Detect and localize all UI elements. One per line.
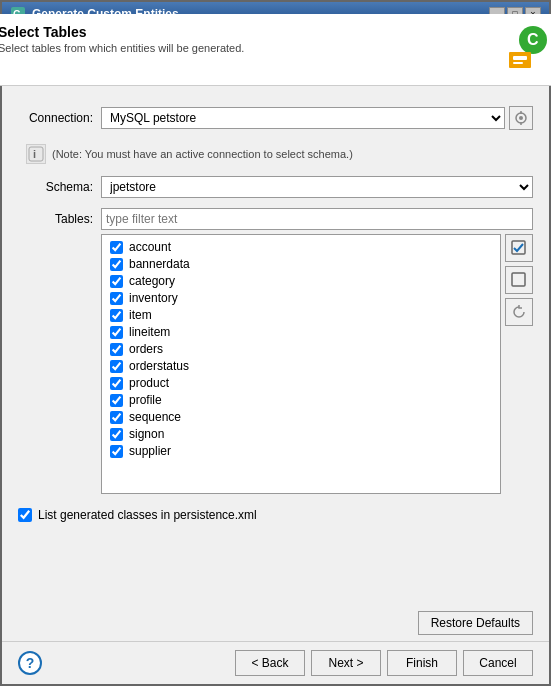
tables-row: Tables: account xyxy=(18,208,533,494)
section-header-icon: C xyxy=(505,24,551,75)
table-name-orderstatus: orderstatus xyxy=(129,359,189,373)
table-name-orders: orders xyxy=(129,342,163,356)
nav-buttons: < Back Next > Finish Cancel xyxy=(235,650,533,676)
table-name-lineitem: lineitem xyxy=(129,325,170,339)
list-item: inventory xyxy=(106,290,496,306)
tables-label: Tables: xyxy=(18,208,93,226)
finish-button[interactable]: Finish xyxy=(387,650,457,676)
list-item: orders xyxy=(106,341,496,357)
svg-rect-14 xyxy=(512,273,525,286)
svg-rect-6 xyxy=(513,62,523,64)
refresh-icon xyxy=(511,304,527,320)
section-title: Select Tables xyxy=(0,24,244,40)
side-buttons xyxy=(505,234,533,494)
tables-list-container: account bannerdata category xyxy=(101,234,501,494)
refresh-button[interactable] xyxy=(505,298,533,326)
persistence-checkbox[interactable] xyxy=(18,508,32,522)
table-checkbox-signon[interactable] xyxy=(110,428,123,441)
note-text: (Note: You must have an active connectio… xyxy=(52,148,353,160)
table-name-profile: profile xyxy=(129,393,162,407)
table-name-signon: signon xyxy=(129,427,164,441)
select-all-button[interactable] xyxy=(505,234,533,262)
svg-text:i: i xyxy=(33,148,36,160)
schema-select[interactable]: jpetstore xyxy=(101,176,533,198)
cancel-button[interactable]: Cancel xyxy=(463,650,533,676)
entities-icon: C xyxy=(505,24,551,72)
tables-filter-input[interactable] xyxy=(101,208,533,230)
tables-section: account bannerdata category xyxy=(101,234,533,494)
select-all-icon xyxy=(511,240,527,256)
settings-icon xyxy=(513,110,529,126)
tables-list: account bannerdata category xyxy=(102,235,500,463)
deselect-all-button[interactable] xyxy=(505,266,533,294)
schema-control-wrapper: jpetstore xyxy=(101,176,533,198)
list-item: product xyxy=(106,375,496,391)
list-item: category xyxy=(106,273,496,289)
note-row: i (Note: You must have an active connect… xyxy=(18,140,533,168)
table-name-sequence: sequence xyxy=(129,410,181,424)
table-checkbox-bannerdata[interactable] xyxy=(110,258,123,271)
table-name-bannerdata: bannerdata xyxy=(129,257,190,271)
table-checkbox-category[interactable] xyxy=(110,275,123,288)
table-checkbox-lineitem[interactable] xyxy=(110,326,123,339)
table-checkbox-item[interactable] xyxy=(110,309,123,322)
svg-text:C: C xyxy=(527,31,539,48)
section-header: Select Tables Select tables from which e… xyxy=(0,14,551,86)
list-item: signon xyxy=(106,426,496,442)
persistence-row: List generated classes in persistence.xm… xyxy=(18,508,533,522)
table-checkbox-sequence[interactable] xyxy=(110,411,123,424)
list-item: item xyxy=(106,307,496,323)
table-name-item: item xyxy=(129,308,152,322)
table-checkbox-product[interactable] xyxy=(110,377,123,390)
table-checkbox-profile[interactable] xyxy=(110,394,123,407)
schema-label: Schema: xyxy=(18,180,93,194)
connection-control-wrapper: MySQL petstore xyxy=(101,106,533,130)
table-checkbox-orders[interactable] xyxy=(110,343,123,356)
svg-rect-13 xyxy=(512,241,525,254)
table-name-category: category xyxy=(129,274,175,288)
next-button[interactable]: Next > xyxy=(311,650,381,676)
svg-point-8 xyxy=(519,116,523,120)
note-icon: i xyxy=(26,144,46,164)
section-description: Select tables from which entities will b… xyxy=(0,42,244,54)
restore-defaults-button[interactable]: Restore Defaults xyxy=(418,611,533,635)
tables-control-wrapper: account bannerdata category xyxy=(101,208,533,494)
schema-row: Schema: jpetstore xyxy=(18,176,533,198)
table-name-supplier: supplier xyxy=(129,444,171,458)
bottom-actions: Restore Defaults xyxy=(2,605,549,641)
help-button[interactable]: ? xyxy=(18,651,42,675)
connection-settings-button[interactable] xyxy=(509,106,533,130)
connection-label: Connection: xyxy=(18,111,93,125)
list-item: profile xyxy=(106,392,496,408)
list-item: sequence xyxy=(106,409,496,425)
list-item: orderstatus xyxy=(106,358,496,374)
list-item: lineitem xyxy=(106,324,496,340)
table-checkbox-supplier[interactable] xyxy=(110,445,123,458)
button-bar: ? < Back Next > Finish Cancel xyxy=(2,641,549,684)
list-item: supplier xyxy=(106,443,496,459)
back-button[interactable]: < Back xyxy=(235,650,305,676)
table-name-account: account xyxy=(129,240,171,254)
svg-rect-5 xyxy=(513,56,527,60)
connection-select[interactable]: MySQL petstore xyxy=(101,107,505,129)
info-icon: i xyxy=(28,146,44,162)
deselect-all-icon xyxy=(511,272,527,288)
generate-custom-entities-dialog: G Generate Custom Entities _ □ × Select … xyxy=(0,0,551,686)
table-checkbox-account[interactable] xyxy=(110,241,123,254)
list-item: bannerdata xyxy=(106,256,496,272)
dialog-body: Connection: MySQL petstore i xyxy=(2,94,549,605)
table-name-product: product xyxy=(129,376,169,390)
table-checkbox-orderstatus[interactable] xyxy=(110,360,123,373)
section-header-text: Select Tables Select tables from which e… xyxy=(0,24,244,54)
connection-row: Connection: MySQL petstore xyxy=(18,106,533,130)
persistence-label: List generated classes in persistence.xm… xyxy=(38,508,257,522)
table-name-inventory: inventory xyxy=(129,291,178,305)
list-item: account xyxy=(106,239,496,255)
table-checkbox-inventory[interactable] xyxy=(110,292,123,305)
